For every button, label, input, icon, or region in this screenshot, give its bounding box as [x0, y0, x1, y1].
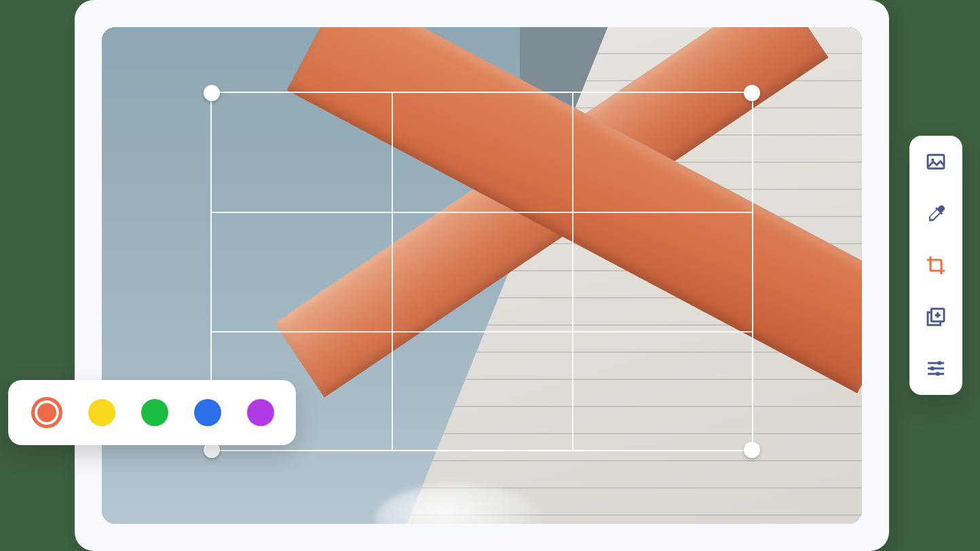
crop-tool-button[interactable]	[923, 252, 949, 278]
eyedropper-tool-button[interactable]	[923, 201, 949, 227]
crop-grid-line	[572, 93, 573, 450]
side-toolbar	[909, 136, 962, 395]
image-icon	[925, 151, 947, 173]
adjust-tool-button[interactable]	[923, 356, 949, 381]
layers-tool-button[interactable]	[923, 304, 949, 330]
crop-handle-bottom-right[interactable]	[744, 442, 760, 458]
eyedropper-icon	[925, 203, 947, 225]
image-tool-button[interactable]	[923, 149, 949, 175]
crop-icon	[925, 254, 947, 276]
color-swatch-red-orange[interactable]	[31, 397, 62, 428]
add-layer-icon	[925, 306, 947, 328]
sliders-icon	[925, 358, 947, 379]
color-swatch-green[interactable]	[141, 399, 168, 426]
color-palette	[8, 380, 296, 445]
crop-grid-line	[212, 212, 752, 213]
color-swatch-yellow[interactable]	[88, 399, 115, 426]
svg-rect-5	[936, 372, 939, 375]
canvas-area[interactable]	[102, 27, 862, 524]
color-swatch-purple[interactable]	[247, 399, 274, 426]
svg-rect-3	[938, 361, 941, 364]
svg-rect-4	[930, 366, 934, 370]
color-swatch-blue[interactable]	[194, 399, 221, 426]
crop-grid-line	[392, 93, 393, 450]
crop-handle-top-right[interactable]	[744, 85, 760, 101]
crop-handle-top-left[interactable]	[204, 85, 220, 101]
crop-grid-line	[212, 331, 752, 332]
editor-window	[75, 0, 889, 551]
